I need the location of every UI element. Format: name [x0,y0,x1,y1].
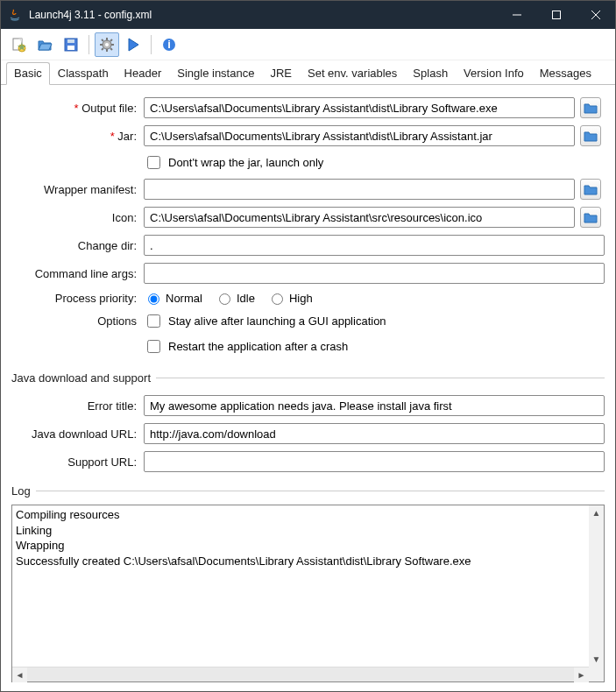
build-button[interactable] [95,32,119,57]
java-download-fieldset: Java download and support Error title: J… [11,371,605,472]
tab-version-info[interactable]: Version Info [456,62,532,84]
about-button[interactable]: i [157,32,181,57]
output-file-input[interactable] [144,97,575,118]
download-url-input[interactable] [144,423,605,444]
log-legend: Log [11,484,36,498]
label-download-url: Java download URL: [11,427,138,441]
svg-point-12 [105,43,109,46]
java-download-legend: Java download and support [11,371,156,385]
label-priority-idle: Idle [237,292,255,305]
svg-rect-1 [552,11,560,19]
save-button[interactable] [59,32,83,57]
scroll-up-icon[interactable]: ▲ [589,505,604,520]
label-stay-alive: Stay alive after launching a GUI applica… [168,314,386,328]
window-title: Launch4j 3.11 - config.xml [29,9,497,21]
label-support-url: Support URL: [11,455,138,469]
wrapper-manifest-input[interactable] [144,179,575,200]
label-error-title: Error title: [11,399,138,413]
scroll-down-icon[interactable]: ▼ [589,652,604,667]
close-button[interactable] [576,1,615,29]
priority-normal-radio[interactable] [148,293,159,305]
label-priority-normal: Normal [166,292,202,305]
svg-line-19 [102,48,103,50]
open-button[interactable] [32,32,57,57]
label-icon: Icon: [11,211,138,224]
browse-jar-button[interactable] [580,125,601,146]
svg-text:★: ★ [17,40,26,53]
stay-alive-checkbox[interactable] [147,314,160,328]
svg-line-18 [110,48,112,50]
label-cmd-args: Command line args: [11,267,138,280]
jar-input[interactable] [144,125,575,146]
tab-classpath[interactable]: Classpath [50,62,117,84]
browse-output-file-button[interactable] [580,97,601,118]
svg-line-20 [110,39,112,41]
log-fieldset: Log Compiling resources Linking Wrapping… [11,484,605,682]
cmd-args-input[interactable] [144,263,605,284]
label-options: Options [11,314,138,328]
label-change-dir: Change dir: [11,239,138,252]
support-url-input[interactable] [144,451,605,472]
scroll-left-icon[interactable]: ◄ [12,667,27,682]
svg-rect-10 [67,39,74,43]
error-title-input[interactable] [144,395,605,416]
tab-jre[interactable]: JRE [262,62,300,84]
restart-checkbox[interactable] [147,340,160,353]
scroll-right-icon[interactable]: ► [574,667,589,682]
tab-messages[interactable]: Messages [532,62,599,84]
priority-high-radio[interactable] [272,293,283,305]
tab-splash[interactable]: Splash [405,62,456,84]
tab-basic[interactable]: Basic [6,62,50,85]
maximize-button[interactable] [536,1,576,29]
label-restart: Restart the application after a crash [168,340,348,353]
toolbar-separator [151,35,152,54]
tab-env-vars[interactable]: Set env. variables [300,62,405,84]
browse-manifest-button[interactable] [580,179,601,200]
label-dont-wrap: Dont't wrap the jar, launch only [168,156,323,169]
run-button[interactable] [121,32,145,57]
priority-idle-radio[interactable] [219,293,230,305]
svg-line-17 [102,39,103,41]
svg-text:i: i [167,38,171,51]
log-textarea[interactable]: Compiling resources Linking Wrapping Suc… [12,505,589,667]
tab-bar: Basic Classpath Header Single instance J… [1,60,615,85]
label-output-file: Output file: [11,102,138,115]
dont-wrap-checkbox[interactable] [147,156,160,169]
toolbar-separator [89,35,89,54]
title-bar: Launch4j 3.11 - config.xml [1,1,615,29]
label-jar: Jar: [11,130,138,143]
svg-marker-21 [129,39,138,51]
log-horizontal-scrollbar[interactable]: ◄ ► [12,667,589,681]
toolbar: ★ i [1,29,615,60]
new-button[interactable]: ★ [6,32,31,57]
tab-single-instance[interactable]: Single instance [169,62,262,84]
change-dir-input[interactable] [144,235,605,256]
tab-header[interactable]: Header [117,62,170,84]
label-wrapper-manifest: Wrapper manifest: [11,183,138,196]
minimize-button[interactable] [497,1,536,29]
log-vertical-scrollbar[interactable]: ▲ ▼ [589,505,604,667]
label-priority-high: High [289,292,313,305]
tab-content-basic: Output file: Jar: Dont't wrap the jar, l… [1,85,615,691]
browse-icon-button[interactable] [580,207,601,228]
icon-input[interactable] [144,207,575,228]
java-icon [8,8,22,22]
label-process-priority: Process priority: [11,292,138,305]
svg-rect-9 [67,46,74,50]
